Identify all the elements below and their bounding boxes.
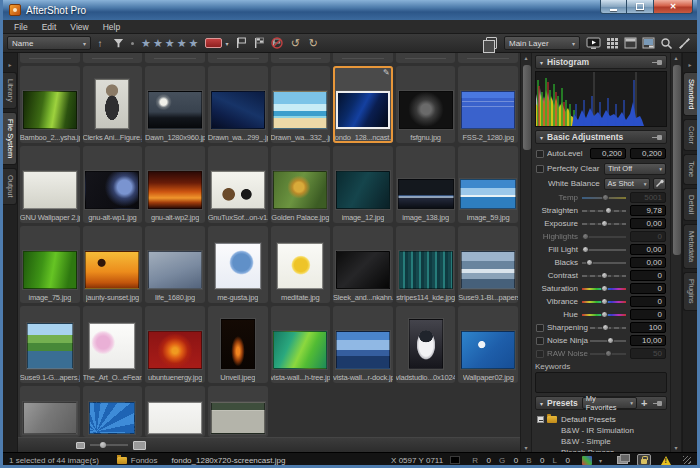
thumbnail-cell[interactable]: vista-wall...h-tree.jpg — [271, 306, 331, 383]
scroll-up-icon[interactable]: ▴ — [521, 54, 531, 61]
preset-folder-row[interactable]: Default Presets — [537, 414, 667, 425]
slider-thumb[interactable] — [602, 194, 609, 201]
presets-collection-combo[interactable]: My Favorites ▾ — [582, 397, 637, 409]
thumbnail-cell[interactable]: GnuTuxSof...on-v1.jpg — [208, 146, 268, 223]
fill-light-slider[interactable] — [582, 249, 626, 251]
sharpening-slider[interactable] — [590, 327, 626, 329]
menu-item-view[interactable]: View — [63, 22, 95, 32]
thumbnail-cell[interactable]: Bamboo_2...ysha.jpg — [20, 66, 80, 143]
saturation-slider[interactable] — [582, 288, 626, 290]
scroll-down-icon[interactable]: ▾ — [521, 444, 531, 451]
keywords-input[interactable] — [535, 372, 667, 393]
star-icon[interactable]: ★ — [177, 38, 187, 49]
title-bar[interactable]: AfterShot Pro ✕ — [3, 0, 697, 20]
temp-slider[interactable] — [582, 197, 626, 199]
saturation-value[interactable]: 0 — [630, 283, 666, 294]
contrast-value[interactable]: 0 — [630, 270, 666, 281]
slider-thumb[interactable] — [601, 311, 608, 318]
hue-value[interactable]: 0 — [630, 309, 666, 320]
thumbnail-cell[interactable]: jaunty-sunset.jpg — [83, 226, 143, 303]
tab-color[interactable]: Color — [683, 119, 697, 151]
grid-scrollbar[interactable]: ▴ ▾ — [520, 53, 532, 452]
rotate-right-button[interactable]: ↻ — [306, 36, 320, 51]
slideshow-button[interactable] — [586, 36, 601, 51]
thumbnail-cell-partial[interactable] — [396, 53, 456, 63]
flag-picked-button[interactable] — [234, 36, 248, 51]
preset-item[interactable]: B&W - IR Simulation — [537, 425, 667, 436]
thumbnail-cell[interactable]: Dawn_1280x960.jpg — [145, 66, 205, 143]
noise-ninja-checkbox[interactable] — [536, 337, 544, 345]
thumbnail-cell[interactable]: GNU Wallpaper 2.jpg — [20, 146, 80, 223]
fill-light-value[interactable]: 0,00 — [630, 244, 666, 255]
autolevel-checkbox[interactable] — [536, 150, 544, 158]
dual-image-icon[interactable] — [617, 456, 628, 464]
thumbnail-cell[interactable]: Suse9.1-G...apers.jpg — [20, 306, 80, 383]
tab-metadata[interactable]: Metadata — [683, 224, 697, 269]
thumbnail-cell-partial[interactable] — [271, 53, 331, 63]
thumbnail-cell[interactable]: life_1680.jpg — [145, 226, 205, 303]
slider-thumb[interactable] — [601, 298, 608, 305]
pin-icon[interactable] — [653, 401, 662, 406]
thumbnail-cell[interactable]: image_12.jpg — [333, 146, 393, 223]
blacks-value[interactable]: 0,00 — [630, 257, 666, 268]
thumbnail-cell-partial[interactable] — [83, 53, 143, 63]
thumbnail-cell-partial[interactable] — [20, 53, 80, 63]
raw-noise-value[interactable]: 50 — [630, 348, 666, 359]
straighten-value[interactable]: 9,78 — [630, 205, 666, 216]
copy-settings-button[interactable] — [484, 36, 498, 51]
close-button[interactable]: ✕ — [653, 0, 693, 14]
thumbnail-cell[interactable]: The_Art_O...eFear.jpg — [83, 306, 143, 383]
basic-adjustments-header[interactable]: ▾ Basic Adjustments — [535, 130, 667, 144]
tab-library[interactable]: Library — [3, 72, 17, 109]
sort-field-combo[interactable]: Name ▾ — [7, 36, 91, 50]
straighten-slider[interactable] — [582, 210, 626, 212]
thumbnail-cell-partial[interactable] — [333, 53, 393, 63]
thumbnail-cell[interactable]: image_75.jpg — [20, 226, 80, 303]
add-preset-button[interactable]: + — [641, 398, 647, 408]
thumbnail-cell[interactable]: vladstudio...0x1024.jpg — [396, 306, 456, 383]
thumbnail-cell[interactable]: Unveil.jpeg — [208, 306, 268, 383]
star-icon[interactable]: ★ — [141, 38, 151, 49]
thumbnail-cell[interactable] — [145, 386, 205, 437]
maximize-button[interactable] — [627, 0, 653, 14]
highlights-slider[interactable] — [582, 236, 626, 238]
panel-scrollbar[interactable]: ▴ ▾ — [670, 53, 682, 452]
thumbnail-cell-partial[interactable] — [208, 53, 268, 63]
collapse-left-panel-icon[interactable]: ▸ — [3, 61, 17, 69]
tab-tone[interactable]: Tone — [683, 154, 697, 184]
star-icon[interactable]: ★ — [189, 38, 199, 49]
thumbnail-cell[interactable]: Suse9.1-Bl...papers.jpg — [458, 226, 518, 303]
thumbnail-cell[interactable]: gnu-alt-wp1.jpg — [83, 146, 143, 223]
sharpening-value[interactable]: 100 — [630, 322, 666, 333]
slider-thumb[interactable] — [586, 259, 593, 266]
thumbnail-cell[interactable]: fsfgnu.jpg — [396, 66, 456, 143]
autolevel-value-1[interactable]: 0,200 — [590, 148, 626, 159]
warning-icon[interactable] — [661, 456, 671, 465]
thumbnail-cell[interactable]: stripes114_kde.jpg — [396, 226, 456, 303]
tab-output[interactable]: Output — [3, 168, 17, 205]
white-balance-dropper-button[interactable] — [653, 178, 666, 190]
rotate-left-button[interactable]: ↺ — [288, 36, 302, 51]
menu-item-help[interactable]: Help — [96, 22, 127, 32]
thumbnail-size-slider[interactable] — [90, 444, 128, 446]
star-icon[interactable]: ★ — [165, 38, 175, 49]
slider-thumb[interactable] — [605, 207, 612, 214]
slider-thumb[interactable] — [601, 220, 608, 227]
exposure-slider[interactable] — [582, 223, 626, 225]
grid-scrollbar-thumb[interactable] — [523, 65, 531, 150]
perfectly-clear-combo[interactable]: Tint Off ▾ — [604, 163, 666, 175]
scroll-down-icon[interactable]: ▾ — [671, 444, 681, 451]
collapse-right-panel-icon[interactable]: ▸ — [683, 61, 697, 69]
preset-item[interactable]: Bleach Bypass — [537, 447, 667, 452]
thumbnail-cell[interactable]: FSS-2_1280.jpg — [458, 66, 518, 143]
presets-header[interactable]: ▾ Presets My Favorites ▾ + — [535, 396, 667, 410]
lock-button[interactable] — [637, 454, 651, 466]
thumbnail-cell[interactable] — [20, 386, 80, 437]
zoom-button[interactable] — [659, 36, 673, 51]
thumbnail-cell[interactable]: ubuntuenergy.jpg — [145, 306, 205, 383]
thumbnail-cell-partial[interactable] — [458, 53, 518, 63]
thumbnail-cell[interactable]: image_138.jpg — [396, 146, 456, 223]
slider-thumb[interactable] — [582, 246, 589, 253]
vibrance-slider[interactable] — [582, 301, 626, 303]
noise-ninja-slider[interactable] — [590, 340, 626, 342]
